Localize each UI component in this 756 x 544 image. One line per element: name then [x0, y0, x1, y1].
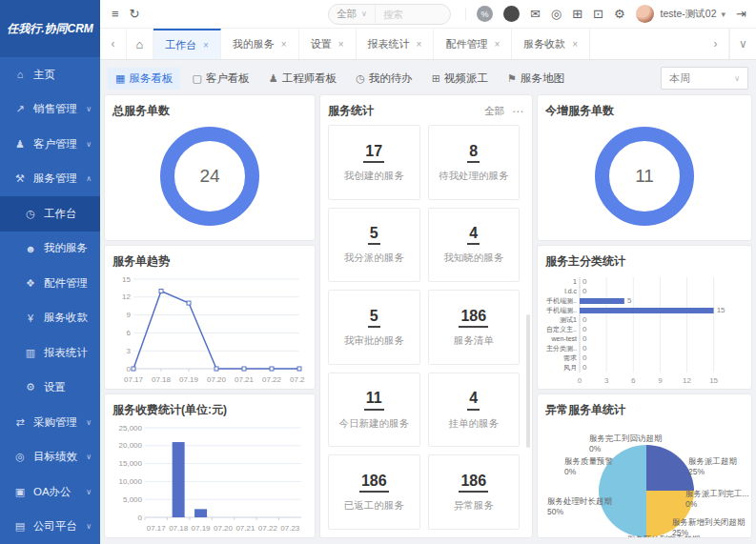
- top-header: ≡ ↻ 全部 ∨ % ✉ ◎ ⊞ ⊡ ⚙ teste-测试02 ▾ ⇥: [100, 0, 756, 29]
- sidebar-item-workbench[interactable]: ◷工作台: [0, 196, 100, 232]
- dashboard-content: ▦服务看板▢客户看板♟工程师看板◷我的待办⊞视频派工⚑服务地图 本周 ∨ 总服务…: [100, 60, 756, 544]
- sidebar-item-home[interactable]: ⌂主页: [0, 57, 100, 92]
- service-board-button[interactable]: ▦服务看板: [108, 68, 180, 90]
- tab-settings[interactable]: 设置×: [299, 29, 357, 59]
- stat-tile[interactable]: 186异常服务: [428, 454, 521, 530]
- svg-text:07.20: 07.20: [207, 375, 227, 384]
- pie-label-name: 服务完工到回访超期: [589, 433, 663, 443]
- sidebar-item-service-payment[interactable]: ¥服务收款: [0, 301, 100, 336]
- card-title: 服务主分类统计: [545, 253, 744, 270]
- stats-filter-all[interactable]: 全部: [484, 105, 504, 118]
- refresh-icon[interactable]: ↻: [130, 8, 140, 20]
- sidebar-item-sales-mgmt[interactable]: ↗销售管理∨: [0, 92, 100, 128]
- svg-text:测试1: 测试1: [560, 316, 577, 324]
- stat-value: 4: [467, 224, 480, 245]
- engineer-board-button[interactable]: ♟工程师看板: [261, 68, 344, 90]
- svg-text:07.22: 07.22: [258, 524, 278, 533]
- svg-text:手机端测..: 手机端测..: [546, 307, 577, 314]
- service-map-button[interactable]: ⚑服务地图: [500, 68, 572, 90]
- sidebar-item-company-platform[interactable]: ▤公司平台∨: [0, 510, 100, 544]
- stat-tile[interactable]: 4挂单的服务: [428, 373, 521, 448]
- today-services-ring: 11: [595, 127, 694, 226]
- svg-text:3: 3: [604, 376, 609, 385]
- location-icon[interactable]: ◎: [551, 8, 562, 20]
- tab-bar: ‹ ⌂ 工作台×我的服务×设置×报表统计×配件管理×服务收款× › ∨: [100, 29, 756, 60]
- close-icon[interactable]: ×: [338, 39, 344, 50]
- logout-icon[interactable]: ⇥: [736, 8, 746, 20]
- close-icon[interactable]: ×: [572, 39, 578, 50]
- close-icon[interactable]: ×: [494, 39, 500, 50]
- svg-text:07.22: 07.22: [262, 375, 282, 384]
- pie-label: 服务完工到回访超期0%: [589, 433, 663, 453]
- customer-board-button[interactable]: ▢客户看板: [184, 68, 256, 90]
- stats-scrollbar[interactable]: [526, 314, 530, 448]
- svg-text:0: 0: [127, 365, 132, 373]
- sidebar-item-label: 主页: [33, 68, 55, 82]
- sidebar-item-label: 工作台: [44, 207, 77, 221]
- sidebar-item-report-stats[interactable]: ▥报表统计: [0, 335, 100, 371]
- ellipsis-icon[interactable]: ⋯: [512, 105, 524, 118]
- home-tab-icon[interactable]: ⌂: [127, 29, 153, 59]
- mail-icon[interactable]: ✉: [530, 8, 541, 20]
- stat-tile[interactable]: 186服务清单: [428, 290, 521, 365]
- svg-text:07.17: 07.17: [124, 375, 144, 384]
- svg-text:07.23: 07.23: [280, 524, 300, 533]
- total-services-value: 24: [199, 166, 219, 187]
- toolbar-button-label: 服务地图: [521, 71, 564, 86]
- sidebar-item-settings[interactable]: ⚙设置: [0, 371, 100, 406]
- tab-label: 报表统计: [368, 37, 410, 51]
- tab-my-services[interactable]: 我的服务×: [221, 29, 299, 59]
- sidebar-item-oa-office[interactable]: ▣OA办公∨: [0, 474, 100, 510]
- stat-tile[interactable]: 5我分派的服务: [328, 208, 420, 283]
- toolbar-button-label: 视频派工: [444, 71, 488, 86]
- period-filter-select[interactable]: 本周 ∨: [661, 67, 748, 90]
- fullscreen-icon[interactable]: ⊡: [593, 8, 603, 20]
- stat-tile[interactable]: 186已返工的服务: [328, 454, 420, 530]
- svg-text:9: 9: [658, 376, 663, 385]
- stat-tile[interactable]: 11今日新建的服务: [328, 373, 420, 448]
- report-icon: ▥: [23, 347, 38, 359]
- tab-menu-icon[interactable]: ∨: [729, 29, 756, 59]
- user-menu-caret-icon[interactable]: ▾: [722, 10, 726, 19]
- card-service-trend: 服务单趋势 0369121507.1707.1807.1907.2007.210…: [104, 245, 316, 390]
- tab-parts-mgmt[interactable]: 配件管理×: [434, 29, 512, 59]
- brand-logo[interactable]: 任我行.协同CRM: [0, 0, 100, 57]
- close-icon[interactable]: ×: [417, 39, 422, 50]
- stat-tile[interactable]: 4我知晓的服务: [428, 208, 521, 283]
- social-icon[interactable]: [503, 6, 520, 22]
- tab-service-payment[interactable]: 服务收款×: [512, 29, 590, 59]
- apps-grid-icon[interactable]: ⊞: [572, 8, 582, 20]
- stat-tile[interactable]: 5我审批的服务: [328, 290, 420, 365]
- card-title: 异常服务单统计: [545, 402, 744, 418]
- collapse-menu-icon[interactable]: ≡: [112, 8, 119, 20]
- sidebar-item-customer-mgmt[interactable]: ♟客户管理∨: [0, 127, 100, 162]
- tab-bar-spacer: [590, 29, 703, 59]
- close-icon[interactable]: ×: [203, 40, 209, 50]
- search-scope-select[interactable]: 全部 ∨: [329, 5, 376, 24]
- sidebar-item-parts-mgmt[interactable]: ❖配件管理: [0, 266, 100, 301]
- chevron-down-icon: ∨: [86, 488, 92, 496]
- stat-tile[interactable]: 17我创建的服务: [328, 125, 420, 200]
- board-toolbar: ▦服务看板▢客户看板♟工程师看板◷我的待办⊞视频派工⚑服务地图 本周 ∨: [100, 60, 756, 92]
- tab-scroll-left-icon[interactable]: ‹: [100, 29, 127, 59]
- video-dispatch-button[interactable]: ⊞视频派工: [424, 68, 496, 90]
- sidebar-item-purchase-mgmt[interactable]: ⇄采购管理∨: [0, 405, 100, 440]
- user-name[interactable]: teste-测试02: [661, 8, 717, 21]
- my-todo-button[interactable]: ◷我的待办: [348, 68, 420, 90]
- sidebar-item-label: 报表统计: [44, 346, 88, 360]
- close-icon[interactable]: ×: [281, 39, 287, 50]
- svg-text:07.19: 07.19: [179, 375, 199, 384]
- tab-workbench[interactable]: 工作台×: [153, 29, 221, 59]
- user-avatar[interactable]: [636, 5, 654, 23]
- tab-scroll-right-icon[interactable]: ›: [703, 29, 729, 59]
- service-icon: ⚒: [12, 172, 28, 185]
- gear-icon[interactable]: ⚙: [614, 8, 625, 20]
- theme-icon[interactable]: %: [477, 6, 493, 22]
- search-input[interactable]: [376, 9, 450, 20]
- stat-tile[interactable]: 8待我处理的服务: [428, 125, 521, 200]
- sidebar-item-target-performance[interactable]: ◎目标绩效∨: [0, 440, 100, 475]
- tab-report-stats[interactable]: 报表统计×: [357, 29, 435, 59]
- sidebar-item-service-mgmt[interactable]: ⚒服务管理∧: [0, 162, 100, 197]
- sidebar-item-my-services[interactable]: ☻我的服务: [0, 232, 100, 267]
- svg-text:20,000: 20,000: [119, 441, 143, 450]
